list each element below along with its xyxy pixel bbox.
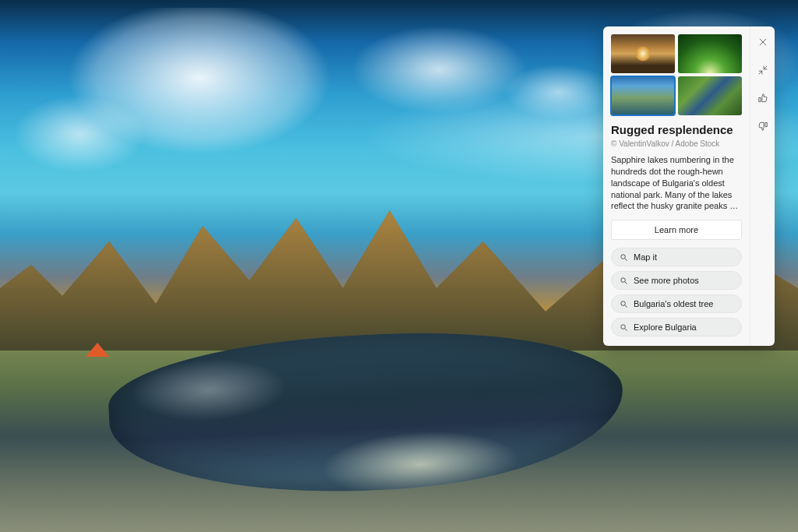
spotlight-card: Rugged resplendence © ValentinValkov / A… [603, 26, 775, 346]
minimize-button[interactable] [755, 62, 771, 78]
search-icon [620, 300, 628, 308]
svg-point-2 [621, 278, 626, 283]
thumbnail-grid [611, 34, 742, 115]
query-label: Map it [634, 252, 657, 262]
search-icon [620, 253, 628, 262]
spotlight-credit: © ValentinValkov / Adobe Stock [611, 139, 742, 148]
thumbnail-1[interactable] [678, 34, 742, 73]
svg-line-10 [764, 66, 767, 69]
thumbnail-0[interactable] [611, 34, 675, 73]
spotlight-description: Sapphire lakes numbering in the hundreds… [611, 154, 742, 212]
thumbs-up-icon [757, 93, 768, 104]
close-button[interactable] [755, 34, 771, 50]
close-icon [757, 37, 768, 48]
search-icon [620, 277, 628, 285]
wallpaper-tent [86, 343, 109, 357]
spotlight-title: Rugged resplendence [611, 123, 742, 136]
svg-point-0 [621, 255, 626, 259]
svg-point-4 [621, 301, 626, 306]
learn-more-button[interactable]: Learn more [611, 220, 742, 240]
collapse-icon [757, 65, 768, 76]
query-label: See more photos [634, 276, 699, 285]
like-button[interactable] [755, 90, 771, 106]
svg-point-6 [621, 325, 626, 329]
search-icon [620, 323, 628, 332]
related-queries: Map it See more photos Bulgaria's oldest… [611, 248, 742, 336]
svg-line-5 [625, 305, 627, 308]
query-label: Explore Bulgaria [634, 322, 697, 332]
query-label: Bulgaria's oldest tree [634, 299, 713, 308]
thumbs-down-icon [757, 121, 768, 132]
thumbnail-2[interactable] [611, 76, 675, 115]
spotlight-side-toolbar [750, 26, 775, 346]
query-explore-bulgaria[interactable]: Explore Bulgaria [611, 318, 742, 336]
svg-line-11 [758, 71, 761, 74]
svg-line-7 [625, 329, 627, 331]
svg-line-1 [625, 259, 627, 261]
query-oldest-tree[interactable]: Bulgaria's oldest tree [611, 294, 742, 313]
query-more-photos[interactable]: See more photos [611, 271, 742, 290]
query-map-it[interactable]: Map it [611, 248, 742, 266]
svg-line-3 [625, 282, 627, 284]
spotlight-card-main: Rugged resplendence © ValentinValkov / A… [603, 26, 750, 346]
dislike-button[interactable] [755, 118, 771, 134]
thumbnail-3[interactable] [678, 76, 742, 115]
